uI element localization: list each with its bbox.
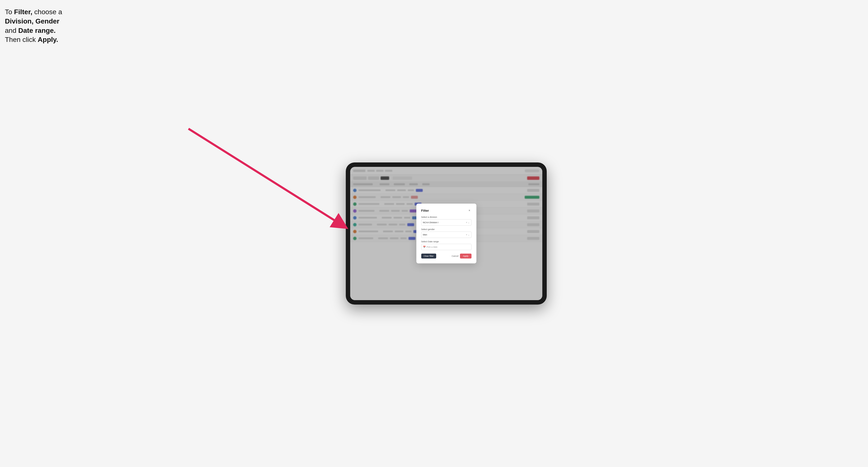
instruction-apply-bold: Apply. <box>38 36 58 43</box>
date-placeholder: Pick a date <box>427 246 438 248</box>
division-select-icons: × ⌄ <box>466 221 469 224</box>
modal-title: Filter <box>421 209 429 212</box>
footer-right: Cancel Apply <box>452 254 471 258</box>
gender-select-icons: × ⌄ <box>466 234 469 236</box>
division-select[interactable]: NCAA Division I × ⌄ <box>421 219 471 226</box>
filter-modal: Filter × Select a division NCAA Division… <box>416 204 476 263</box>
gender-chevron-icon: ⌄ <box>468 234 470 236</box>
gender-clear-icon[interactable]: × <box>466 234 467 236</box>
instruction-division-bold: Division, Gender <box>5 18 60 25</box>
tablet-device: Filter × Select a division NCAA Division… <box>346 162 547 305</box>
tablet-screen: Filter × Select a division NCAA Division… <box>350 167 542 300</box>
division-chevron-icon: ⌄ <box>468 221 470 224</box>
calendar-icon: 📅 <box>423 246 426 248</box>
modal-overlay: Filter × Select a division NCAA Division… <box>350 167 542 300</box>
clear-filter-button[interactable]: Clear filter <box>421 254 436 258</box>
instruction-date-bold: Date range. <box>19 27 56 34</box>
gender-select-value: Men <box>423 234 466 236</box>
instruction-filter-bold: Filter, <box>14 8 32 16</box>
gender-label: Select gender <box>421 228 471 230</box>
scene: To Filter, choose a Division, Gender and… <box>0 0 868 467</box>
close-icon[interactable]: × <box>468 209 471 212</box>
instruction-block: To Filter, choose a Division, Gender and… <box>5 7 62 44</box>
division-label: Select a division <box>421 216 471 218</box>
apply-button[interactable]: Apply <box>460 254 471 258</box>
date-label: Select Date range <box>421 240 471 243</box>
division-clear-icon[interactable]: × <box>466 221 467 224</box>
modal-header: Filter × <box>421 209 471 212</box>
svg-line-0 <box>188 129 341 224</box>
cancel-button[interactable]: Cancel <box>452 255 459 257</box>
modal-footer: Clear filter Cancel Apply <box>421 254 471 258</box>
division-select-value: NCAA Division I <box>423 221 466 224</box>
date-range-input[interactable]: 📅 Pick a date <box>421 244 471 250</box>
gender-select[interactable]: Men × ⌄ <box>421 231 471 238</box>
